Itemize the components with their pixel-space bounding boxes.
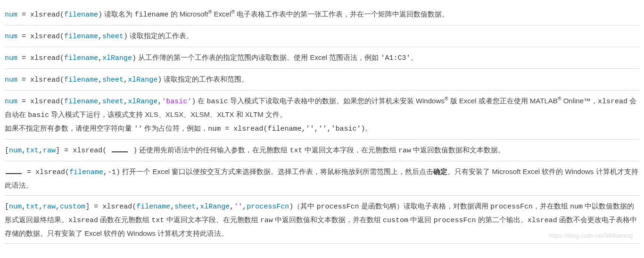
rparen: ) — [132, 54, 136, 62]
param-sheet: sheet — [102, 33, 124, 41]
syntax-block-3: num = xlsread(filename,xlRange) 从工作簿的第一个… — [5, 47, 639, 69]
mono-txt: txt — [151, 216, 164, 225]
mono-basic: basic — [28, 111, 49, 119]
mono-xlsread: xlsread — [528, 216, 557, 225]
fn-xlsread: xlsread — [30, 76, 60, 84]
param-filename: filename — [64, 33, 98, 41]
param-filename: filename — [69, 168, 103, 176]
output-num: num — [9, 147, 22, 155]
desc-text: 中返回文本字段，在元胞数组 — [303, 146, 398, 154]
rparen: ) — [191, 98, 196, 106]
fn-xlsread: xlsread — [30, 33, 60, 41]
desc-text: 读取指定的工作表。 — [128, 32, 193, 40]
lbracket: [ — [5, 147, 9, 155]
equals: = — [17, 76, 30, 84]
desc-text: 读取指定的工作表和范围。 — [162, 75, 248, 83]
comma: , — [98, 54, 102, 62]
desc-text: （其中 — [293, 202, 316, 210]
param-sheet: sheet — [102, 98, 124, 106]
param-processfcn: processFcn — [247, 203, 289, 211]
lparen: ( — [60, 54, 64, 62]
fn-xlsread: xlsread — [30, 11, 60, 19]
syntax-block-5: num = xlsread(filename,sheet,xlRange,'ba… — [5, 91, 639, 140]
param-filename: filename — [64, 98, 98, 106]
param-xlrange: xlRange — [200, 203, 230, 211]
placeholder-underscore — [112, 146, 128, 152]
desc-text: 作为占位符，例如， — [142, 124, 208, 132]
desc-text: Excel — [212, 10, 231, 18]
lparen: ( — [60, 98, 64, 106]
equals: = — [17, 98, 30, 106]
output-custom: custom — [60, 203, 85, 211]
desc-text: 从工作簿的第一个工作表的指定范围内读取数据。使用 Excel 范围语法，例如 — [136, 53, 380, 61]
syntax-block-7: = xlsread(filename,-1) 打开一个 Excel 窗口以便按交… — [5, 161, 639, 196]
param-sheet: sheet — [102, 76, 124, 84]
rparen: ) — [124, 33, 128, 41]
desc-text: 电子表格工作表中的第一张工作表，并在一个矩阵中返回数值数据。 — [235, 10, 449, 18]
rparen: ) — [157, 76, 162, 84]
mono-num: num — [570, 203, 583, 211]
rparen: ) — [289, 203, 293, 211]
desc-text: 在 — [196, 97, 206, 105]
fn-xlsread: xlsread — [30, 54, 60, 62]
output-num: num — [5, 98, 17, 106]
equals: = — [17, 11, 30, 19]
desc-text: 还使用先前语法中的任何输入参数，在元胞数组 — [137, 146, 289, 154]
lparen: ( — [65, 168, 69, 176]
param-filename: filename — [64, 76, 98, 84]
lbracket: [ — [5, 203, 9, 211]
lparen: ( — [102, 147, 111, 155]
syntax-block-4: num = xlsread(filename,sheet,xlRange) 读取… — [5, 69, 639, 91]
desc-text: 读取名为 — [102, 10, 134, 18]
desc-text: 中返回数值数据和文本数据。 — [411, 146, 505, 154]
desc-text: 是函数句柄）读取电子表格，对数据调用 — [359, 202, 490, 210]
rparen: ) — [129, 147, 137, 155]
comma: , — [98, 98, 102, 106]
rparen: ) — [98, 11, 102, 19]
desc-text: 版 Excel 或者您正在使用 MATLAB — [448, 97, 557, 105]
syntax-block-2: num = xlsread(filename,sheet) 读取指定的工作表。 — [5, 25, 639, 47]
comma: , — [124, 76, 128, 84]
comma: , — [39, 203, 43, 211]
lparen: ( — [60, 11, 64, 19]
mono-xlsread: xlsread — [598, 98, 627, 106]
desc-text: 的第二个输出。 — [476, 216, 527, 224]
comma: , — [124, 98, 128, 106]
desc-text: 函数在元胞数组 — [98, 216, 151, 224]
output-num: num — [5, 33, 17, 41]
equals: = — [90, 203, 102, 211]
fn-xlsread: xlsread — [102, 203, 132, 211]
comma: , — [196, 203, 200, 211]
param-filename: filename — [64, 11, 98, 19]
comma: , — [230, 203, 234, 211]
mono-empty: '' — [134, 125, 142, 133]
comma: , — [98, 33, 102, 41]
output-txt: txt — [26, 147, 39, 155]
comma: , — [22, 203, 26, 211]
lparen: ( — [60, 76, 64, 84]
desc-text: 导入模式下读取电子表格中的数据。如果您的计算机未安装 Windows — [228, 97, 445, 105]
output-txt: txt — [26, 203, 39, 211]
mono-basic: basic — [207, 98, 228, 106]
comma: , — [98, 76, 102, 84]
lparen: ( — [60, 33, 64, 41]
rbracket: ] — [56, 147, 60, 155]
equals: = — [60, 147, 73, 155]
desc-text: ，并在数组 — [533, 202, 570, 210]
syntax-block-1: num = xlsread(filename) 读取名为 filename 的 … — [5, 4, 639, 25]
output-num: num — [9, 203, 22, 211]
fn-xlsread: xlsread — [73, 147, 102, 155]
rbracket: ] — [85, 203, 90, 211]
str-empty: '' — [234, 203, 242, 211]
desc-text: 。 — [411, 53, 418, 61]
registered-mark: ® — [231, 9, 235, 15]
mono-range: 'A1:C3' — [380, 54, 410, 62]
comma: , — [56, 203, 60, 211]
comma: , — [170, 203, 174, 211]
rparen: ) — [116, 168, 120, 176]
lparen: ( — [132, 203, 136, 211]
desc-text: 导入模式下运行，该模式支持 XLS、XLSX、XLSM、XLTX 和 XLTM … — [49, 110, 287, 118]
num-negone: -1 — [107, 168, 116, 176]
mono-xlsread: xlsread — [68, 216, 98, 225]
equals: = — [17, 54, 30, 62]
